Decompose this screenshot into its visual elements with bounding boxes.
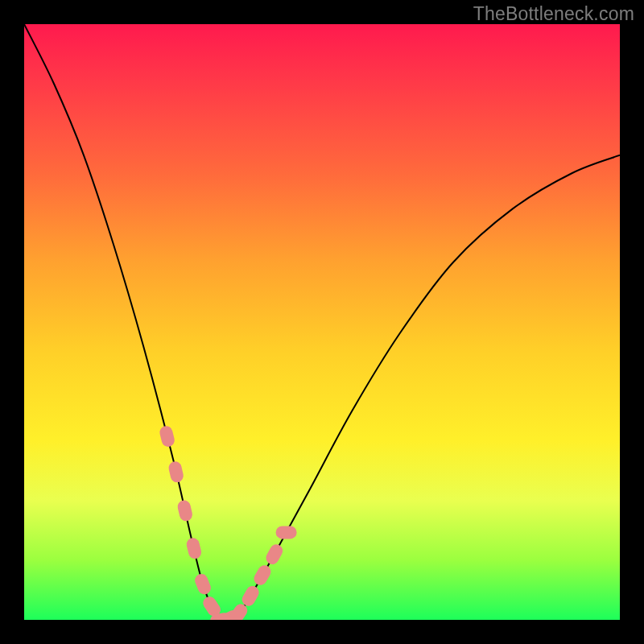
highlight-bead	[264, 542, 285, 566]
bottleneck-curve	[24, 24, 620, 620]
watermark-text: TheBottleneck.com	[473, 3, 634, 25]
highlight-bead	[193, 572, 213, 597]
curve-path	[24, 24, 620, 620]
highlight-bead	[276, 526, 297, 539]
plot-area	[24, 24, 620, 620]
highlight-beads	[159, 425, 297, 620]
highlight-bead	[159, 425, 176, 448]
highlight-bead	[176, 499, 194, 522]
highlight-bead	[252, 563, 274, 588]
highlight-bead	[185, 537, 203, 560]
highlight-bead	[167, 460, 184, 484]
chart-frame: TheBottleneck.com	[0, 0, 644, 644]
